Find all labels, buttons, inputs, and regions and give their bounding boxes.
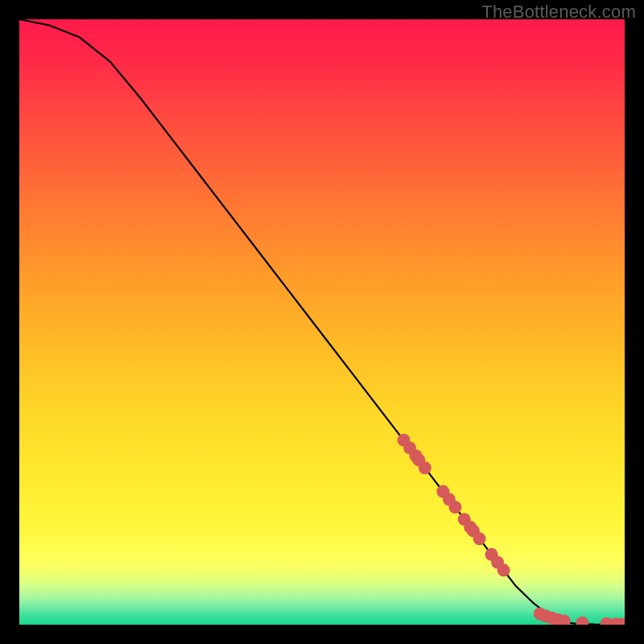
chart-frame: TheBottleneck.com: [0, 0, 644, 644]
marker-point: [448, 501, 461, 514]
marker-point: [576, 617, 588, 625]
plot-area: [19, 19, 625, 625]
marker-point: [473, 532, 486, 545]
main-curve: [19, 19, 625, 625]
marker-point: [419, 461, 431, 474]
watermark-text: TheBottleneck.com: [481, 2, 636, 23]
highlight-points: [398, 434, 625, 625]
marker-point: [497, 564, 510, 576]
chart-overlay: [19, 19, 625, 625]
